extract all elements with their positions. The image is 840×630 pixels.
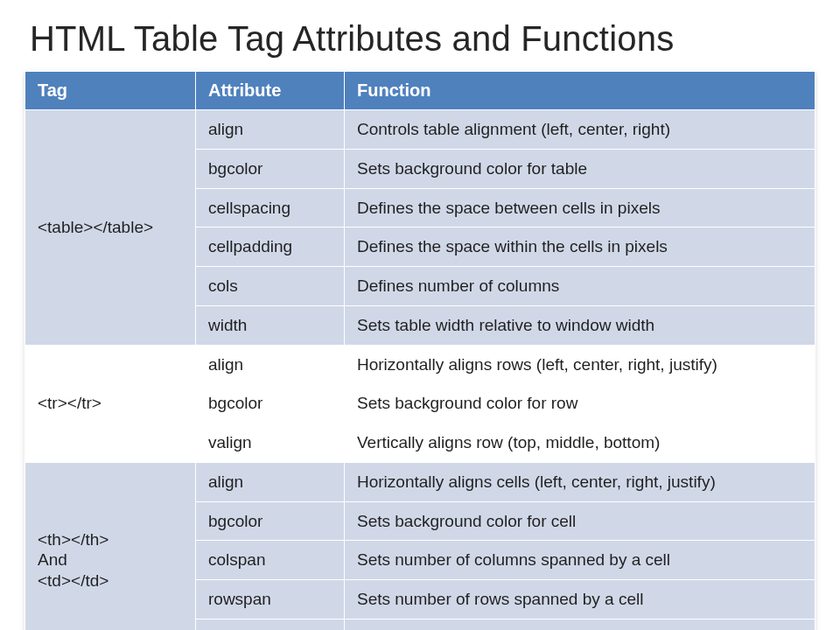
col-header-attribute: Attribute xyxy=(196,72,345,110)
attribute-cell: width xyxy=(196,305,345,345)
function-cell: Vertically aligns cell (top, middle, bot… xyxy=(345,619,816,630)
attribute-cell: valign xyxy=(196,619,345,630)
attribute-cell: valign xyxy=(196,424,345,463)
page-title: HTML Table Tag Attributes and Functions xyxy=(30,19,816,59)
table-row: <th></th>And<td></td>alignHorizontally a… xyxy=(25,462,816,501)
attribute-cell: colspan xyxy=(196,541,345,580)
function-cell: Controls table alignment (left, center, … xyxy=(345,110,816,150)
slide: HTML Table Tag Attributes and Functions … xyxy=(0,0,840,630)
function-cell: Defines number of columns xyxy=(345,267,816,306)
attribute-cell: align xyxy=(196,462,345,501)
function-cell: Sets background color for row xyxy=(345,384,816,424)
function-cell: Defines the space between cells in pixel… xyxy=(345,188,816,228)
tag-cell: <table></table> xyxy=(25,110,196,346)
table-header-row: Tag Attribute Function xyxy=(25,72,816,110)
col-header-tag: Tag xyxy=(25,72,196,110)
attributes-table: Tag Attribute Function <table></table>al… xyxy=(24,71,816,630)
table-row: <tr></tr>alignHorizontally aligns rows (… xyxy=(25,345,816,384)
attribute-cell: cellpadding xyxy=(196,228,345,267)
function-cell: Sets table width relative to window widt… xyxy=(345,305,816,345)
tag-cell: <tr></tr> xyxy=(25,345,196,462)
function-cell: Sets number of rows spanned by a cell xyxy=(345,580,816,620)
function-cell: Horizontally aligns cells (left, center,… xyxy=(345,462,816,501)
table-row: <table></table>alignControls table align… xyxy=(25,110,816,150)
attribute-cell: bgcolor xyxy=(196,384,345,424)
function-cell: Horizontally aligns rows (left, center, … xyxy=(345,345,816,384)
function-cell: Vertically aligns row (top, middle, bott… xyxy=(345,424,816,463)
attribute-cell: bgcolor xyxy=(196,149,345,188)
attribute-cell: rowspan xyxy=(196,580,345,620)
col-header-function: Function xyxy=(345,72,816,110)
function-cell: Sets background color for table xyxy=(345,149,816,188)
attribute-cell: cellspacing xyxy=(196,188,345,228)
attribute-cell: align xyxy=(196,345,345,384)
tag-cell: <th></th>And<td></td> xyxy=(25,462,196,630)
attribute-cell: align xyxy=(196,110,345,150)
attribute-cell: bgcolor xyxy=(196,501,345,541)
function-cell: Sets number of columns spanned by a cell xyxy=(345,541,816,580)
function-cell: Defines the space within the cells in pi… xyxy=(345,228,816,267)
attribute-cell: cols xyxy=(196,267,345,306)
function-cell: Sets background color for cell xyxy=(345,501,816,541)
